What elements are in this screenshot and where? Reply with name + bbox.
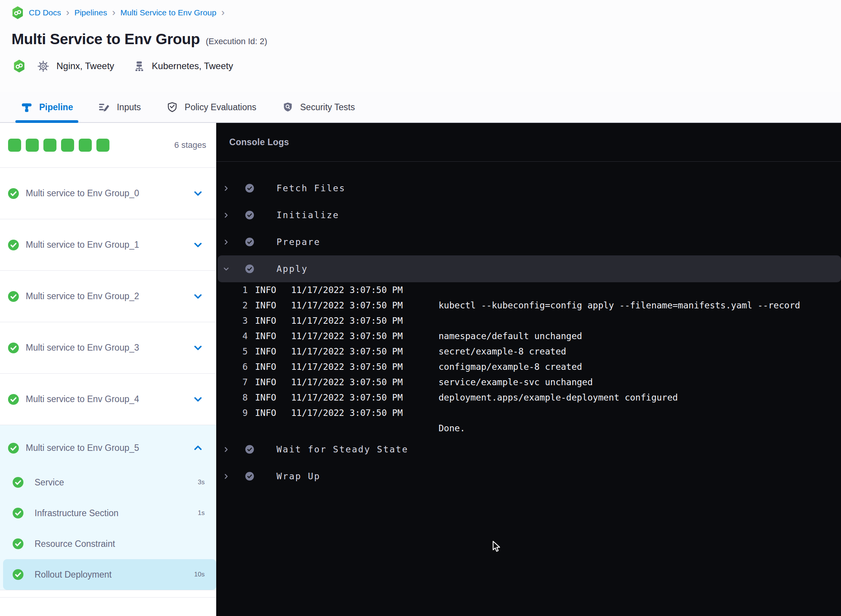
expanded-stage-group: Multi service to Env Group_5 Service 3s … [0,425,216,590]
breadcrumb-link[interactable]: Pipelines [74,8,107,17]
breadcrumb-link[interactable]: Multi Service to Env Group [121,8,217,17]
services-gear-icon [36,60,50,73]
log-message: service/example-svc unchanged [439,377,841,387]
tab-security-tests[interactable]: Security Tests [276,92,361,122]
log-timestamp: 11/17/2022 3:07:50 PM [291,300,431,310]
tab-pipeline[interactable]: Pipeline [15,92,78,122]
inputs-icon [98,101,110,113]
stage-row[interactable]: Multi service to Env Group_2 [0,271,216,322]
success-check-icon [12,538,24,550]
log-message: kubectl --kubeconfig=config apply --file… [439,300,841,310]
chevron-right-icon[interactable] [223,238,230,246]
stage-progress-square[interactable] [8,139,21,152]
stage-label: Multi service to Env Group_3 [26,343,186,353]
console-step-label: Wait for Steady State [276,444,408,454]
tab-policy-evaluations[interactable]: Policy Evaluations [161,92,262,122]
chevron-down-icon[interactable] [223,265,230,273]
console-step-label: Wrap Up [276,471,320,481]
pipeline-meta-row: Nginx, Tweety Kubernetes, Tweety [13,58,233,75]
console-step-label: Prepare [276,237,320,247]
tab-label: Security Tests [300,102,355,113]
chevron-down-icon[interactable] [193,291,203,301]
console-step-row[interactable]: Wait for Steady State [216,436,841,463]
chevron-up-icon[interactable] [193,443,203,453]
log-row: 2 INFO 11/17/2022 3:07:50 PM kubectl --k… [216,298,841,313]
console-step-row[interactable]: Fetch Files [216,175,841,202]
shield-search-icon [282,101,294,113]
log-level: INFO [255,392,284,402]
chevron-right-icon[interactable] [223,473,230,480]
step-row[interactable]: Service 3s [0,467,216,498]
log-timestamp: 11/17/2022 3:07:50 PM [291,346,431,356]
log-timestamp: 11/17/2022 3:07:50 PM [291,377,431,387]
tab-label: Pipeline [39,102,73,113]
stage-label: Multi service to Env Group_2 [26,291,186,301]
stage-row[interactable]: Multi service to Env Group_0 [0,168,216,219]
log-row: 4 INFO 11/17/2022 3:07:50 PM namespace/d… [216,328,841,344]
step-label: Service [35,477,187,488]
step-row[interactable]: Resource Constraint [0,528,216,559]
breadcrumb-separator-icon: › [221,7,225,18]
success-check-icon [8,239,19,251]
breadcrumb-link[interactable]: CD Docs [29,8,61,17]
chevron-down-icon[interactable] [193,188,203,199]
chevron-right-icon[interactable] [223,185,230,192]
log-message: Done. [439,423,841,433]
stage-label: Multi service to Env Group_1 [26,240,186,250]
log-line-number: 4 [239,331,248,341]
console-step-row[interactable]: Wrap Up [216,463,841,490]
log-timestamp: 11/17/2022 3:07:50 PM [291,316,431,326]
chevron-down-icon[interactable] [193,343,203,353]
log-timestamp: 11/17/2022 3:07:50 PM [291,408,431,418]
log-message: configmap/example-8 created [439,362,841,372]
success-check-icon [245,264,254,273]
stage-progress-square[interactable] [61,139,74,152]
step-row[interactable]: Rollout Deployment 10s [3,559,216,590]
console-step-row[interactable]: Apply [218,255,841,282]
log-line-number: 3 [239,316,248,326]
breadcrumb: CD Docs›Pipelines›Multi Service to Env G… [12,6,225,19]
chevron-right-icon[interactable] [223,212,230,219]
chevron-down-icon[interactable] [193,394,203,404]
tab-inputs[interactable]: Inputs [93,92,146,122]
success-check-icon [245,184,254,193]
stage-row[interactable]: Multi service to Env Group_1 [0,219,216,271]
chevron-right-icon[interactable] [223,446,230,453]
log-message: deployment.apps/example-deployment confi… [439,392,841,402]
stage-row[interactable]: Multi service to Env Group_4 [0,374,216,425]
stage-progress-square[interactable] [96,139,109,152]
stage-progress-square[interactable] [26,139,39,152]
log-row: 8 INFO 11/17/2022 3:07:50 PM deployment.… [216,390,841,405]
stage-row[interactable]: Multi service to Env Group_3 [0,322,216,374]
console-step-label: Apply [276,264,308,274]
step-row[interactable]: Infrastructure Section 1s [0,498,216,528]
services-label: Nginx, Tweety [56,61,114,71]
log-line-number: 5 [239,346,248,356]
tab-label: Policy Evaluations [185,102,257,113]
stage-label: Multi service to Env Group_4 [26,394,186,404]
success-check-icon [245,445,254,454]
log-message: secret/example-8 created [439,346,841,356]
stage-list-end-divider [0,590,216,598]
stage-label: Multi service to Env Group_0 [26,188,186,199]
stage-progress-squares[interactable] [8,139,109,152]
log-timestamp: 11/17/2022 3:07:50 PM [291,392,431,402]
page-title: Multi Service to Env Group [12,31,200,48]
success-check-icon [12,569,24,580]
execution-id: (Execution Id: 2) [206,36,267,46]
log-row: 9 INFO 11/17/2022 3:07:50 PM [216,405,841,421]
tab-bar: Pipeline Inputs Policy Evaluations [0,92,841,123]
success-check-icon [12,477,24,488]
log-level: INFO [255,408,284,418]
console-step-row[interactable]: Prepare [216,229,841,255]
stage-row[interactable]: Multi service to Env Group_5 [0,429,216,467]
log-row: 5 INFO 11/17/2022 3:07:50 PM secret/exam… [216,344,841,359]
shield-check-icon [166,101,178,113]
stage-progress-square[interactable] [43,139,56,152]
tab-label: Inputs [117,102,141,113]
console-step-row[interactable]: Initialize [216,202,841,229]
stage-progress-square[interactable] [79,139,92,152]
log-level: INFO [255,377,284,387]
chevron-down-icon[interactable] [193,240,203,250]
success-check-icon [8,342,19,354]
